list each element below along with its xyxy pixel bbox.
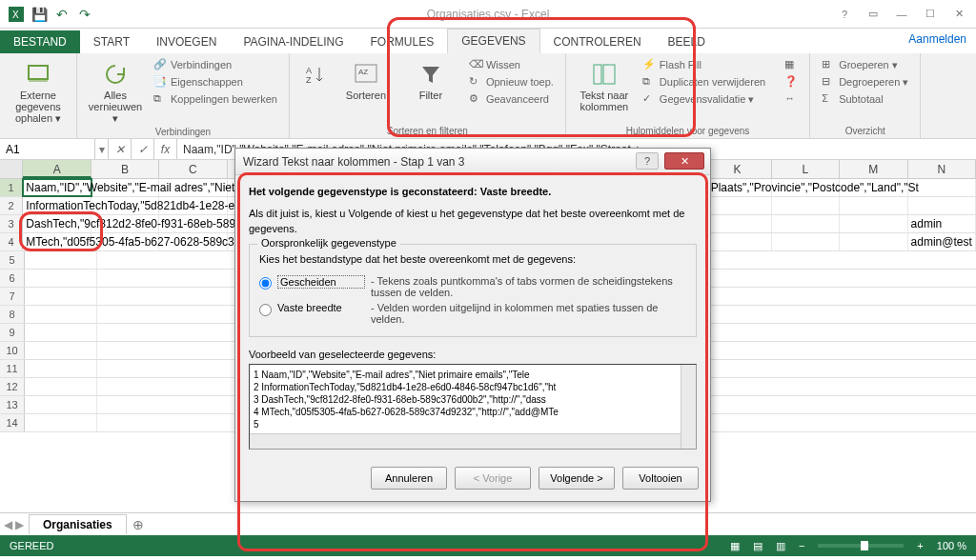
flash-fill-button[interactable]: ⚡Flash Fill bbox=[640, 57, 767, 72]
tab-data[interactable]: GEGEVENS bbox=[447, 29, 539, 53]
col-header-N[interactable]: N bbox=[908, 160, 976, 178]
cell-N4[interactable]: admin@test bbox=[908, 233, 976, 250]
cell-A4[interactable]: MTech,"d05f5305-4fa5-b627-0628-589c374d9… bbox=[23, 233, 91, 250]
col-header-M[interactable]: M bbox=[840, 160, 907, 178]
row-header-3[interactable]: 3 bbox=[0, 215, 23, 232]
view-layout-icon[interactable]: ▤ bbox=[753, 540, 762, 552]
zoom-in-button[interactable]: + bbox=[917, 540, 923, 551]
help-icon[interactable]: ? bbox=[831, 4, 858, 25]
advanced-icon: ⚙ bbox=[469, 92, 482, 106]
redo-icon[interactable]: ↷ bbox=[76, 6, 93, 23]
next-button[interactable]: Volgende > bbox=[539, 467, 615, 490]
tab-home[interactable]: START bbox=[80, 30, 143, 53]
external-data-button[interactable]: Externe gegevens ophalen ▾ bbox=[10, 57, 67, 125]
fx-button[interactable]: fx bbox=[154, 139, 177, 159]
dialog-titlebar[interactable]: Wizard Tekst naar kolommen - Stap 1 van … bbox=[235, 149, 710, 175]
col-header-B[interactable]: B bbox=[92, 160, 159, 178]
relationships-button[interactable]: ↔ bbox=[783, 91, 800, 107]
subtotal-button[interactable]: ΣSubtotaal bbox=[820, 91, 910, 107]
row-header-1[interactable]: 1 bbox=[0, 179, 23, 196]
sort-asc-button[interactable]: AZ bbox=[299, 57, 330, 90]
filter-button[interactable]: Filter bbox=[402, 57, 459, 101]
col-header-K[interactable]: K bbox=[703, 160, 771, 178]
row-header-6[interactable]: 6 bbox=[0, 270, 25, 287]
radio-delimited[interactable] bbox=[259, 277, 272, 290]
enter-formula-button[interactable]: ✓ bbox=[132, 139, 154, 159]
dialog-close-button[interactable]: ✕ bbox=[664, 152, 704, 170]
cell-A3[interactable]: DashTech,"9cf812d2-8fe0-f931-68eb-589c37… bbox=[23, 215, 91, 232]
original-data-type-frame: Oorspronkelijk gegevenstype Kies het bes… bbox=[249, 244, 697, 336]
sheet-tab-organisaties[interactable]: Organisaties bbox=[29, 514, 127, 534]
cancel-button[interactable]: Annuleren bbox=[371, 467, 447, 490]
name-box-dropdown[interactable]: ▾ bbox=[95, 139, 109, 159]
col-header-A[interactable]: A bbox=[23, 160, 91, 178]
remove-duplicates-button[interactable]: ⧉Duplicaten verwijderen bbox=[640, 74, 767, 90]
row-header-4[interactable]: 4 bbox=[0, 233, 23, 250]
ribbon-options-icon[interactable]: ▭ bbox=[860, 4, 886, 25]
tab-layout[interactable]: PAGINA-INDELING bbox=[230, 30, 356, 53]
tab-formulas[interactable]: FORMULES bbox=[357, 30, 448, 53]
col-header-C[interactable]: C bbox=[159, 160, 227, 178]
minimize-icon[interactable]: — bbox=[888, 4, 915, 25]
dialog-buttons: Annuleren < Vorige Volgende > Voltooien bbox=[235, 459, 710, 501]
cancel-formula-button[interactable]: ✕ bbox=[109, 139, 132, 159]
cell-N3[interactable]: admin bbox=[908, 215, 976, 232]
data-validation-button[interactable]: ✓Gegevensvalidatie ▾ bbox=[640, 91, 767, 107]
name-box[interactable]: A1 bbox=[0, 139, 95, 159]
cell-A1[interactable]: Naam,"ID","Website","E-mail adres","Niet… bbox=[23, 179, 91, 196]
group-connections: Alles vernieuwen ▾ 🔗Verbindingen 📑Eigens… bbox=[77, 53, 290, 138]
sort-asc-icon: AZ bbox=[301, 61, 328, 88]
preview-vscrollbar[interactable] bbox=[681, 365, 696, 449]
view-normal-icon[interactable]: ▦ bbox=[730, 540, 740, 552]
finish-button[interactable]: Voltooien bbox=[622, 467, 699, 490]
sort-button[interactable]: AZ Sorteren bbox=[337, 57, 395, 101]
cell-K1[interactable]: "Plaats","Provincie","Postcode","Land","… bbox=[703, 179, 771, 196]
save-icon[interactable]: 💾 bbox=[30, 6, 48, 23]
ungroup-button[interactable]: ⊟Degroeperen ▾ bbox=[820, 74, 910, 90]
row-header-5[interactable]: 5 bbox=[0, 251, 25, 269]
group-button[interactable]: ⊞Groeperen ▾ bbox=[820, 57, 910, 72]
radio-fixed-width[interactable] bbox=[259, 304, 272, 316]
external-data-icon bbox=[25, 61, 51, 88]
consolidate-button[interactable]: ▦ bbox=[783, 57, 800, 72]
row-header-13[interactable]: 13 bbox=[0, 396, 25, 413]
zoom-out-button[interactable]: − bbox=[799, 540, 804, 551]
tab-review[interactable]: CONTROLEREN bbox=[540, 30, 655, 53]
whatif-button[interactable]: ❓ bbox=[783, 74, 800, 90]
sign-in-link[interactable]: Aanmelden bbox=[908, 32, 966, 46]
radio-delimited-label[interactable]: Gescheiden bbox=[277, 275, 365, 289]
row-header-12[interactable]: 12 bbox=[0, 378, 25, 395]
row-header-9[interactable]: 9 bbox=[0, 324, 25, 341]
row-header-10[interactable]: 10 bbox=[0, 342, 25, 359]
preview-hscrollbar[interactable] bbox=[250, 433, 681, 449]
edit-links-button[interactable]: ⧉Koppelingen bewerken bbox=[152, 91, 279, 107]
zoom-slider[interactable] bbox=[818, 544, 904, 548]
view-pagebreak-icon[interactable]: ▥ bbox=[776, 540, 785, 552]
advanced-filter-button[interactable]: ⚙Geavanceerd bbox=[467, 91, 556, 107]
sheet-nav[interactable]: ◀ ▶ bbox=[4, 518, 24, 531]
cell-A2[interactable]: InformationTechToday,"5d821db4-1e28-e6d0… bbox=[23, 197, 91, 214]
refresh-all-button[interactable]: Alles vernieuwen ▾ bbox=[87, 57, 144, 125]
add-sheet-button[interactable]: ⊕ bbox=[132, 517, 144, 532]
reapply-button[interactable]: ↻Opnieuw toep. bbox=[467, 74, 556, 90]
tab-file[interactable]: BESTAND bbox=[0, 30, 80, 53]
text-to-columns-button[interactable]: Tekst naar kolommen bbox=[576, 57, 633, 112]
radio-fixed-width-label[interactable]: Vaste breedte bbox=[277, 302, 365, 313]
row-header-2[interactable]: 2 bbox=[0, 197, 23, 214]
row-header-7[interactable]: 7 bbox=[0, 288, 25, 305]
tab-view[interactable]: BEELD bbox=[655, 30, 719, 53]
row-header-11[interactable]: 11 bbox=[0, 360, 25, 377]
tab-insert[interactable]: INVOEGEN bbox=[143, 30, 230, 53]
undo-icon[interactable]: ↶ bbox=[53, 6, 71, 23]
zoom-level[interactable]: 100 % bbox=[937, 540, 966, 551]
select-all-corner[interactable] bbox=[0, 160, 23, 178]
close-icon[interactable]: ✕ bbox=[946, 4, 972, 25]
dialog-help-button[interactable]: ? bbox=[636, 152, 659, 170]
clear-filter-button[interactable]: ⌫Wissen bbox=[467, 57, 556, 72]
maximize-icon[interactable]: ☐ bbox=[917, 4, 944, 25]
col-header-L[interactable]: L bbox=[772, 160, 840, 178]
row-header-14[interactable]: 14 bbox=[0, 414, 25, 431]
connections-button[interactable]: 🔗Verbindingen bbox=[152, 57, 279, 72]
row-header-8[interactable]: 8 bbox=[0, 306, 25, 323]
properties-button[interactable]: 📑Eigenschappen bbox=[152, 74, 279, 90]
